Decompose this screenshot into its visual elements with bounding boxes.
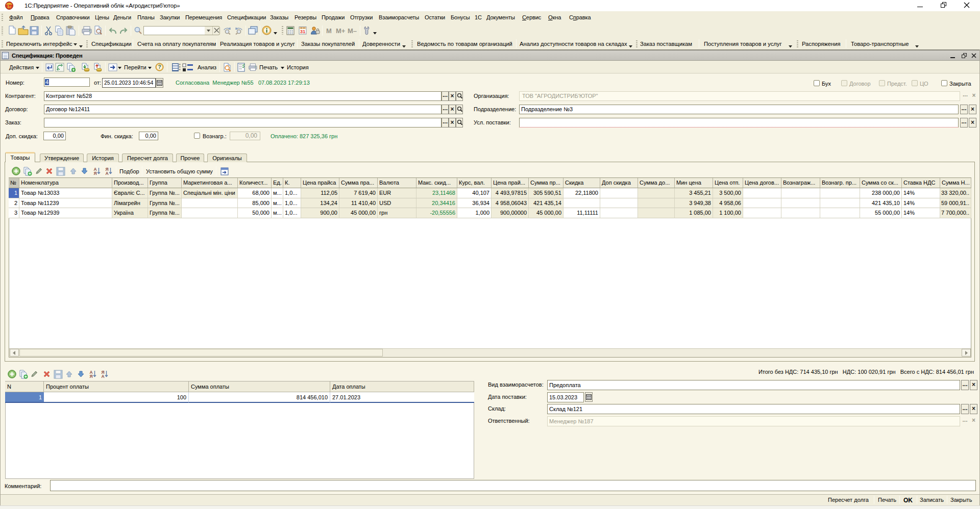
svg-text:Я: Я xyxy=(93,171,96,175)
svg-text:А: А xyxy=(105,171,108,175)
svg-text:1c: 1c xyxy=(7,4,12,9)
svg-text:Я: Я xyxy=(89,374,92,378)
svg-text:А: А xyxy=(101,374,104,378)
svg-text:31: 31 xyxy=(300,29,306,34)
svg-text:?: ? xyxy=(158,64,161,70)
